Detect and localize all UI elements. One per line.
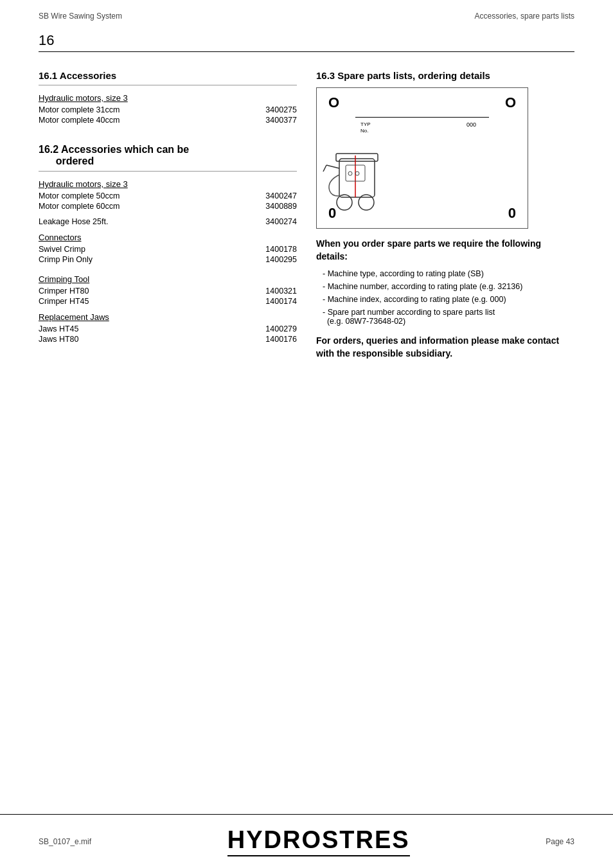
footer: SB_0107_e.mif HYDROSTRES Page 43 (0, 814, 613, 868)
section-16-3-title: 16.3 Spare parts lists, ordering details (316, 70, 574, 81)
diagram-corner-tl: O (328, 94, 339, 111)
table-row: Motor complete 60ccm 3400889 (39, 202, 297, 211)
table-row: Crimper HT45 1400174 (39, 297, 297, 306)
footer-right: Page 43 (546, 837, 574, 846)
list-item: - Machine index, according to rating pla… (316, 295, 574, 304)
svg-rect-3 (336, 154, 378, 161)
diagram-input-bar (355, 100, 489, 118)
list-item: - Machine number, according to rating pl… (316, 282, 574, 291)
part-name: Motor complete 31ccm (39, 105, 120, 114)
part-name: Swivel Crimp (39, 245, 85, 254)
order-intro: When you order spare parts we require th… (316, 238, 574, 263)
table-row: Motor complete 31ccm 3400275 (39, 105, 297, 114)
part-number: 1400178 (265, 245, 297, 254)
table-row: Leakage Hose 25ft. 3400274 (39, 217, 297, 226)
part-name: Leakage Hose 25ft. (39, 217, 108, 226)
chapter-divider (39, 51, 574, 52)
part-number: 3400247 (265, 191, 297, 200)
left-column: 16.1 Accessories Hydraulic motors, size … (39, 58, 297, 587)
section-16-2-divider (39, 171, 297, 172)
table-row: Motor complete 40ccm 3400377 (39, 116, 297, 125)
part-name: Crimp Pin Only (39, 255, 93, 264)
part-name: Crimper HT45 (39, 297, 89, 306)
header-left: SB Wire Sawing System (39, 12, 122, 21)
machine-svg (320, 146, 394, 213)
section-16-1-divider (39, 85, 297, 85)
crimping-tool-label: Crimping Tool (39, 274, 297, 284)
part-number: 1400321 (265, 287, 297, 296)
diagram-corner-tr: O (505, 94, 516, 111)
svg-line-4 (326, 165, 339, 168)
part-name: Motor complete 40ccm (39, 116, 120, 125)
header-right: Accessories, spare parts lists (475, 12, 574, 21)
part-name: Motor complete 50ccm (39, 191, 120, 200)
part-number: 3400275 (265, 105, 297, 114)
table-row: Crimper HT80 1400321 (39, 287, 297, 296)
spare-parts-diagram: O O TYPNo. 000 (316, 87, 528, 229)
order-note: For orders, queries and information plea… (316, 335, 574, 360)
section-16-1-title: 16.1 Accessories (39, 70, 297, 81)
replacement-jaws-label: Replacement Jaws (39, 312, 297, 322)
part-number: 1400295 (265, 255, 297, 264)
footer-center-brand: HYDROSTRES (227, 826, 410, 856)
part-name: Jaws HT45 (39, 324, 79, 333)
section-16-2-title: 16.2 Accessories which can be ordered (39, 144, 297, 167)
connectors-label: Connectors (39, 233, 297, 242)
order-bullet-list: - Machine type, according to rating plat… (316, 269, 574, 326)
part-name: Jaws HT80 (39, 335, 79, 344)
part-number: 1400279 (265, 324, 297, 333)
hydraulic-motors-1-label: Hydraulic motors, size 3 (39, 93, 297, 103)
table-row: Swivel Crimp 1400178 (39, 245, 297, 254)
table-row: Jaws HT80 1400176 (39, 335, 297, 344)
right-column: 16.3 Spare parts lists, ordering details… (316, 58, 574, 587)
footer-left: SB_0107_e.mif (39, 837, 91, 846)
svg-line-5 (323, 165, 326, 172)
svg-point-8 (348, 172, 352, 175)
part-name: Motor complete 60ccm (39, 202, 120, 211)
part-number: 3400889 (265, 202, 297, 211)
table-row: Motor complete 50ccm 3400247 (39, 191, 297, 200)
diagram-typ-label: TYPNo. (360, 121, 371, 135)
hydraulic-motors-2-label: Hydraulic motors, size 3 (39, 179, 297, 189)
list-item: - Spare part number according to spare p… (316, 308, 574, 326)
part-name: Crimper HT80 (39, 287, 89, 296)
table-row: Jaws HT45 1400279 (39, 324, 297, 333)
chapter-number: 16 (39, 32, 574, 49)
table-row: Crimp Pin Only 1400295 (39, 255, 297, 264)
part-number: 1400176 (265, 335, 297, 344)
diagram-000-label: 000 (466, 121, 476, 128)
diagram-corner-br: 0 (508, 205, 516, 222)
diagram-corner-bl: 0 (328, 205, 336, 222)
svg-rect-0 (339, 159, 375, 197)
svg-point-9 (355, 172, 359, 175)
part-number: 1400174 (265, 297, 297, 306)
list-item: - Machine type, according to rating plat… (316, 269, 574, 278)
part-number: 3400377 (265, 116, 297, 125)
part-number: 3400274 (265, 217, 297, 226)
